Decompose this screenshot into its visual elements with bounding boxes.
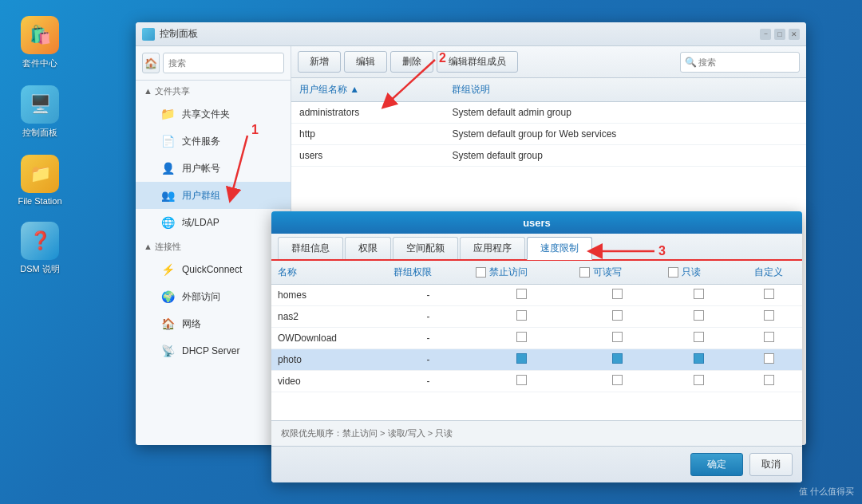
control-panel-icon: 🖥️ bbox=[21, 85, 59, 124]
table-row[interactable]: homes - bbox=[271, 285, 802, 306]
col-name[interactable]: 用户组名称 ▲ bbox=[291, 78, 444, 102]
deny-cell[interactable] bbox=[469, 349, 573, 371]
readonly-checkbox[interactable] bbox=[694, 353, 704, 364]
folder-name: OWDownload bbox=[271, 328, 387, 349]
readonly-cell[interactable] bbox=[662, 328, 735, 349]
readwrite-cell[interactable] bbox=[573, 349, 662, 371]
tab-permissions[interactable]: 权限 bbox=[345, 237, 391, 259]
cancel-button[interactable]: 取消 bbox=[749, 453, 793, 476]
deny-cell[interactable] bbox=[469, 328, 573, 349]
sidebar-item-external-access[interactable]: 🌍 外部访问 bbox=[136, 283, 291, 310]
sidebar-item-network[interactable]: 🏠 网络 bbox=[136, 310, 291, 337]
custom-checkbox[interactable] bbox=[764, 310, 774, 321]
sidebar-home-button[interactable]: 🏠 bbox=[142, 53, 160, 73]
table-row[interactable]: OWDownload - bbox=[271, 328, 802, 349]
tab-quota[interactable]: 空间配额 bbox=[393, 237, 458, 259]
sidebar: 🏠 ▲ 文件共享 📁 共享文件夹 📄 文件服务 👤 用户帐号 👥 bbox=[136, 46, 291, 445]
readonly-checkbox[interactable] bbox=[694, 310, 704, 321]
tab-apps[interactable]: 应用程序 bbox=[460, 237, 525, 259]
window-close-btn[interactable]: ✕ bbox=[789, 29, 800, 40]
readwrite-header-checkbox[interactable] bbox=[579, 267, 590, 278]
readonly-cell[interactable] bbox=[662, 285, 735, 306]
readwrite-checkbox[interactable] bbox=[612, 353, 623, 364]
sidebar-item-domain[interactable]: 🌐 域/LDAP bbox=[136, 209, 291, 236]
readonly-checkbox[interactable] bbox=[694, 375, 704, 385]
sub-col-readwrite[interactable]: 可读写 bbox=[573, 261, 662, 285]
sub-col-group-perm[interactable]: 群组权限 bbox=[387, 261, 469, 285]
sub-col-readonly[interactable]: 只读 bbox=[662, 261, 735, 285]
readwrite-checkbox[interactable] bbox=[612, 289, 623, 299]
readonly-checkbox[interactable] bbox=[694, 289, 704, 299]
toolbar-search-input[interactable] bbox=[680, 52, 800, 73]
readonly-checkbox[interactable] bbox=[694, 332, 704, 342]
sidebar-item-dhcp[interactable]: 📡 DHCP Server bbox=[136, 337, 291, 364]
custom-cell[interactable] bbox=[735, 285, 802, 306]
sidebar-item-quickconnect[interactable]: ⚡ QuickConnect bbox=[136, 256, 291, 283]
dsm-help-icon: ❓ bbox=[21, 222, 59, 260]
deny-cell[interactable] bbox=[469, 306, 573, 328]
deny-checkbox[interactable] bbox=[516, 332, 527, 342]
file-station-icon: 📁 bbox=[21, 155, 59, 193]
custom-cell[interactable] bbox=[735, 349, 802, 371]
readwrite-checkbox[interactable] bbox=[612, 332, 623, 342]
deny-cell[interactable] bbox=[469, 285, 573, 306]
tab-group-info[interactable]: 群组信息 bbox=[278, 237, 343, 259]
readonly-header-checkbox[interactable] bbox=[668, 267, 678, 278]
delete-button[interactable]: 删除 bbox=[390, 51, 433, 73]
window-minimize-btn[interactable]: － bbox=[760, 29, 771, 40]
desktop-icon-control-panel[interactable]: 🖥️ 控制面板 bbox=[8, 85, 72, 139]
desktop-icon-app-store[interactable]: 🛍️ 套件中心 bbox=[8, 16, 72, 69]
table-row[interactable]: video - bbox=[271, 371, 802, 392]
section-header-connectivity: ▲ 连接性 bbox=[136, 236, 291, 256]
deny-checkbox[interactable] bbox=[516, 375, 527, 385]
readwrite-checkbox[interactable] bbox=[612, 375, 623, 385]
readwrite-cell[interactable] bbox=[573, 306, 662, 328]
custom-cell[interactable] bbox=[735, 328, 802, 349]
dhcp-icon: 📡 bbox=[160, 343, 176, 359]
deny-checkbox[interactable] bbox=[516, 310, 527, 321]
desktop-icon-dsm-help[interactable]: ❓ DSM 说明 bbox=[8, 222, 72, 275]
table-row[interactable]: photo - bbox=[271, 349, 802, 371]
table-row[interactable]: http System default group for Web servic… bbox=[291, 124, 806, 145]
deny-checkbox[interactable] bbox=[516, 289, 527, 299]
desktop-icon-file-station[interactable]: 📁 File Station bbox=[8, 155, 72, 206]
sidebar-item-user-group[interactable]: 👥 用户群组 bbox=[136, 182, 291, 209]
custom-checkbox[interactable] bbox=[764, 353, 774, 364]
sub-col-deny[interactable]: 禁止访问 bbox=[469, 261, 573, 285]
readwrite-cell[interactable] bbox=[573, 285, 662, 306]
edit-button[interactable]: 编辑 bbox=[344, 51, 387, 73]
edit-members-button[interactable]: 编辑群组成员 bbox=[437, 51, 518, 73]
sub-col-name[interactable]: 名称 bbox=[271, 261, 387, 285]
sidebar-item-shared-folder[interactable]: 📁 共享文件夹 bbox=[136, 100, 291, 128]
deny-header-checkbox[interactable] bbox=[476, 267, 486, 278]
add-button[interactable]: 新增 bbox=[298, 51, 341, 73]
readonly-cell[interactable] bbox=[662, 306, 735, 328]
deny-cell[interactable] bbox=[469, 371, 573, 392]
sidebar-item-file-services[interactable]: 📄 文件服务 bbox=[136, 128, 291, 155]
custom-checkbox[interactable] bbox=[764, 289, 774, 299]
sub-window-users: users 群组信息 权限 空间配额 应用程序 速度限制 名称 群组权限 bbox=[271, 211, 802, 482]
dsm-help-label: DSM 说明 bbox=[20, 263, 60, 275]
sidebar-item-user-account[interactable]: 👤 用户帐号 bbox=[136, 155, 291, 182]
table-row[interactable]: nas2 - bbox=[271, 306, 802, 328]
readonly-cell[interactable] bbox=[662, 349, 735, 371]
table-row[interactable]: administrators System default admin grou… bbox=[291, 102, 806, 124]
shared-folder-label: 共享文件夹 bbox=[182, 108, 230, 121]
folder-name: nas2 bbox=[271, 306, 387, 328]
readwrite-cell[interactable] bbox=[573, 328, 662, 349]
custom-checkbox[interactable] bbox=[764, 375, 774, 385]
confirm-button[interactable]: 确定 bbox=[690, 453, 743, 476]
custom-checkbox[interactable] bbox=[764, 332, 774, 342]
sidebar-search-input[interactable] bbox=[163, 53, 284, 73]
deny-checkbox[interactable] bbox=[516, 353, 527, 364]
table-row[interactable]: users System default group bbox=[291, 145, 806, 167]
tab-speed-limit[interactable]: 速度限制 bbox=[527, 237, 592, 260]
desktop-icons: 🛍️ 套件中心 🖥️ 控制面板 📁 File Station ❓ DSM 说明 bbox=[8, 16, 72, 275]
custom-cell[interactable] bbox=[735, 371, 802, 392]
custom-cell[interactable] bbox=[735, 306, 802, 328]
window-maximize-btn[interactable]: □ bbox=[774, 29, 785, 40]
sub-col-custom[interactable]: 自定义 bbox=[735, 261, 802, 285]
readonly-cell[interactable] bbox=[662, 371, 735, 392]
readwrite-cell[interactable] bbox=[573, 371, 662, 392]
readwrite-checkbox[interactable] bbox=[612, 310, 623, 321]
